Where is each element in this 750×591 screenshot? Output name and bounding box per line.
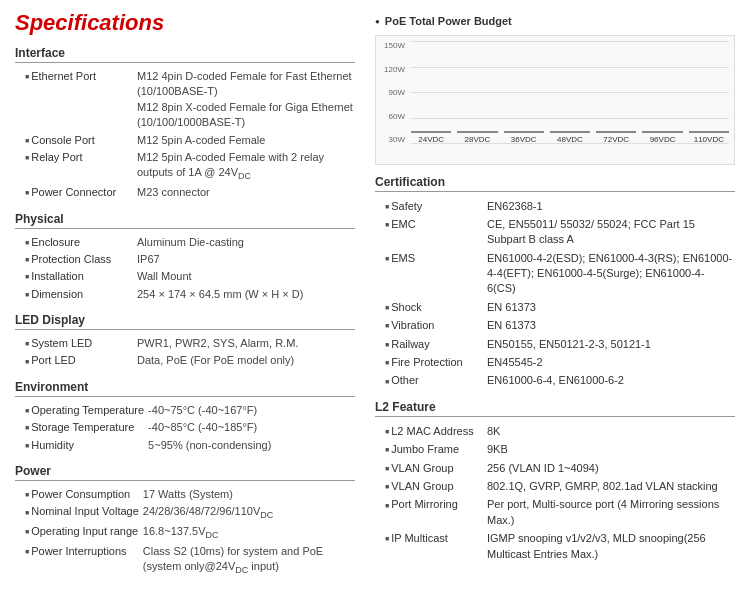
table-row: Enclosure Aluminum Die-casting <box>15 234 355 251</box>
main-content: Specifications Interface Ethernet Port M… <box>0 0 750 582</box>
bar-group-110vdc: 110VDC <box>689 131 729 144</box>
bar-label-36vdc: 36VDC <box>511 135 537 144</box>
bar-36vdc <box>504 131 544 133</box>
value-ethernet: M12 4pin D-coded Female for Fast Etherne… <box>135 68 355 132</box>
bar-24vdc <box>411 131 451 133</box>
section-physical-title: Physical <box>15 212 355 229</box>
table-row: Shock EN 61373 <box>375 298 735 316</box>
label-safety: Safety <box>375 197 485 215</box>
table-row: EMS EN61000-4-2(ESD); EN61000-4-3(RS); E… <box>375 249 735 298</box>
y-label-1: 60W <box>376 112 405 121</box>
chart-title: PoE Total Power Budget <box>375 15 735 27</box>
value-vibration: EN 61373 <box>485 317 735 335</box>
y-label-2: 90W <box>376 88 405 97</box>
table-row: L2 MAC Address 8K <box>375 422 735 440</box>
table-row: Port Mirroring Per port, Multi-source po… <box>375 496 735 530</box>
bar-label-28vdc: 28VDC <box>465 135 491 144</box>
y-axis: 30W 60W 90W 120W 150W <box>376 41 408 144</box>
bar-label-110vdc: 110VDC <box>694 135 724 144</box>
bar-48vdc <box>550 131 590 133</box>
label-enclosure: Enclosure <box>15 234 135 251</box>
label-railway: Railway <box>375 335 485 353</box>
value-railway: EN50155, EN50121-2-3, 50121-1 <box>485 335 735 353</box>
value-port-mirroring: Per port, Multi-source port (4 Mirroring… <box>485 496 735 530</box>
page-title: Specifications <box>15 10 355 36</box>
value-system-led: PWR1, PWR2, SYS, Alarm, R.M. <box>135 335 355 352</box>
bar-28vdc <box>457 131 497 133</box>
section-cert-title: Certification <box>375 175 735 192</box>
label-vlan-group-2: VLAN Group <box>375 477 485 495</box>
section-environment-title: Environment <box>15 380 355 397</box>
value-op-temp: -40~75°C (-40~167°F) <box>146 402 355 419</box>
y-label-4: 150W <box>376 41 405 50</box>
label-system-led: System LED <box>15 335 135 352</box>
physical-table: Enclosure Aluminum Die-casting Protectio… <box>15 234 355 304</box>
value-safety: EN62368-1 <box>485 197 735 215</box>
y-label-3: 120W <box>376 65 405 74</box>
label-port-mirroring: Port Mirroring <box>375 496 485 530</box>
value-jumbo: 9KB <box>485 441 735 459</box>
label-ethernet: Ethernet Port <box>15 68 135 132</box>
table-row: VLAN Group 802.1Q, GVRP, GMRP, 802.1ad V… <box>375 477 735 495</box>
bar-96vdc <box>642 131 682 133</box>
bar-group-24vdc: 24VDC <box>411 131 451 144</box>
left-column: Specifications Interface Ethernet Port M… <box>15 10 355 582</box>
label-op-temp: Operating Temperature <box>15 402 146 419</box>
table-row: Relay Port M12 5pin A-coded Female with … <box>15 149 355 184</box>
bar-label-96vdc: 96VDC <box>650 135 676 144</box>
section-l2-title: L2 Feature <box>375 400 735 417</box>
label-console: Console Port <box>15 132 135 149</box>
label-nominal-voltage: Nominal Input Voltage <box>15 503 141 523</box>
value-port-led: Data, PoE (For PoE model only) <box>135 352 355 369</box>
bar-group-96vdc: 96VDC <box>642 131 682 144</box>
value-power-connector: M23 connector <box>135 184 355 201</box>
table-row: VLAN Group 256 (VLAN ID 1~4094) <box>375 459 735 477</box>
l2-table: L2 MAC Address 8K Jumbo Frame 9KB VLAN G… <box>375 422 735 563</box>
table-row: Power Connector M23 connector <box>15 184 355 201</box>
value-power-interruptions: Class S2 (10ms) for system and PoE (syst… <box>141 543 355 578</box>
table-row: Operating Temperature -40~75°C (-40~167°… <box>15 402 355 419</box>
table-row: Installation Wall Mount <box>15 268 355 285</box>
table-row: Jumbo Frame 9KB <box>375 441 735 459</box>
table-row: Safety EN62368-1 <box>375 197 735 215</box>
label-other: Other <box>375 372 485 390</box>
bar-110vdc <box>689 131 729 133</box>
label-power-connector: Power Connector <box>15 184 135 201</box>
label-humidity: Humidity <box>15 437 146 454</box>
table-row: Railway EN50155, EN50121-2-3, 50121-1 <box>375 335 735 353</box>
value-relay: M12 5pin A-coded Female with 2 relay out… <box>135 149 355 184</box>
interface-table: Ethernet Port M12 4pin D-coded Female fo… <box>15 68 355 202</box>
value-shock: EN 61373 <box>485 298 735 316</box>
value-enclosure: Aluminum Die-casting <box>135 234 355 251</box>
power-table: Power Consumption 17 Watts (System) Nomi… <box>15 486 355 578</box>
table-row: Power Consumption 17 Watts (System) <box>15 486 355 503</box>
label-fire-protection: Fire Protection <box>375 354 485 372</box>
label-op-input: Operating Input range <box>15 523 141 543</box>
value-power-consumption: 17 Watts (System) <box>141 486 355 503</box>
label-installation: Installation <box>15 268 135 285</box>
section-interface-title: Interface <box>15 46 355 63</box>
value-l2mac: 8K <box>485 422 735 440</box>
label-port-led: Port LED <box>15 352 135 369</box>
label-relay: Relay Port <box>15 149 135 184</box>
table-row: Storage Temperature -40~85°C (-40~185°F) <box>15 419 355 436</box>
table-row: Vibration EN 61373 <box>375 317 735 335</box>
table-row: Console Port M12 5pin A-coded Female <box>15 132 355 149</box>
label-power-interruptions: Power Interruptions <box>15 543 141 578</box>
label-l2mac: L2 MAC Address <box>375 422 485 440</box>
value-console: M12 5pin A-coded Female <box>135 132 355 149</box>
value-humidity: 5~95% (non-condensing) <box>146 437 355 454</box>
chart-area: 30W 60W 90W 120W 150W 24VDC <box>375 35 735 165</box>
value-ems: EN61000-4-2(ESD); EN61000-4-3(RS); EN610… <box>485 249 735 298</box>
bar-group-28vdc: 28VDC <box>457 131 497 144</box>
value-ip-multicast: IGMP snooping v1/v2/v3, MLD snooping(256… <box>485 530 735 564</box>
led-table: System LED PWR1, PWR2, SYS, Alarm, R.M. … <box>15 335 355 370</box>
value-nominal-voltage: 24/28/36/48/72/96/110VDC <box>141 503 355 523</box>
section-led-title: LED Display <box>15 313 355 330</box>
bar-72vdc <box>596 131 636 133</box>
value-op-input: 16.8~137.5VDC <box>141 523 355 543</box>
label-vibration: Vibration <box>375 317 485 335</box>
table-row: Nominal Input Voltage 24/28/36/48/72/96/… <box>15 503 355 523</box>
chart-container: PoE Total Power Budget 30W 60W 90W 120W … <box>375 15 735 165</box>
bar-group-48vdc: 48VDC <box>550 131 590 144</box>
